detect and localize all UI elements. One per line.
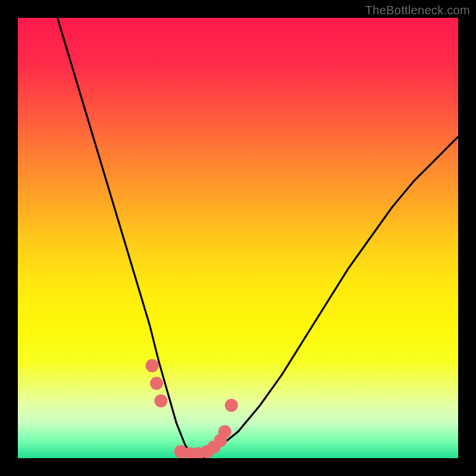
chart-svg: [18, 18, 458, 458]
data-markers: [146, 359, 238, 458]
data-marker: [146, 359, 159, 372]
data-marker: [225, 399, 238, 412]
bottleneck-curve: [58, 18, 458, 458]
chart-frame: [18, 18, 458, 458]
watermark-text: TheBottleneck.com: [365, 4, 470, 17]
curve-layer: [58, 18, 458, 458]
data-marker: [218, 425, 231, 439]
data-marker: [155, 394, 168, 408]
data-marker: [150, 377, 163, 390]
